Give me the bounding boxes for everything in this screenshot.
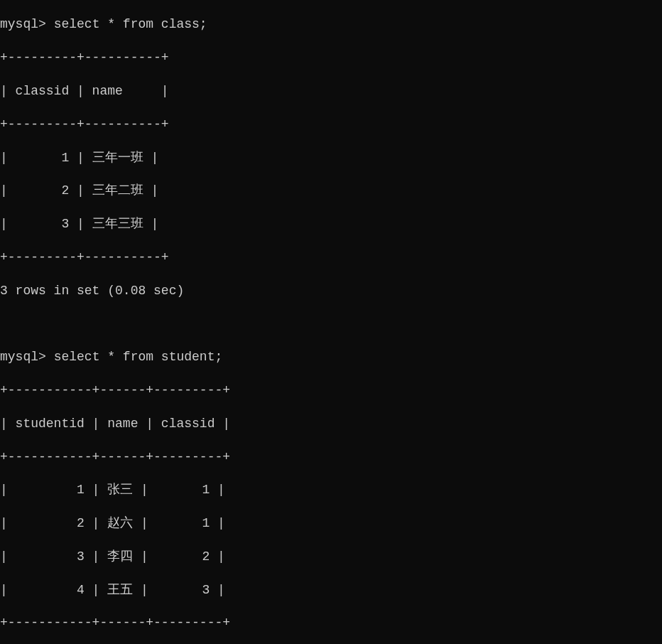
blank-line xyxy=(0,316,662,332)
query-line-1[interactable]: mysql> select * from class; xyxy=(0,16,662,33)
class-table-header: | classid | name | xyxy=(0,83,662,100)
student-table-header: | studentid | name | classid | xyxy=(0,416,662,432)
terminal-output: mysql> select * from class; +---------+-… xyxy=(0,0,662,644)
student-table-sep: +-----------+------+---------+ xyxy=(0,615,662,631)
student-table-sep: +-----------+------+---------+ xyxy=(0,382,662,399)
student-table-sep: +-----------+------+---------+ xyxy=(0,449,662,466)
query-line-2[interactable]: mysql> select * from student; xyxy=(0,349,662,365)
class-table-sep: +---------+----------+ xyxy=(0,50,662,66)
class-table-row: | 2 | 三年二班 | xyxy=(0,183,662,199)
class-table-sep: +---------+----------+ xyxy=(0,249,662,266)
sql-query-2: select * from student; xyxy=(54,350,223,364)
status-line-1: 3 rows in set (0.08 sec) xyxy=(0,283,662,299)
student-table-row: | 4 | 王五 | 3 | xyxy=(0,582,662,599)
student-table-row: | 3 | 李四 | 2 | xyxy=(0,549,662,565)
class-table-row: | 3 | 三年三班 | xyxy=(0,216,662,232)
sql-query-1: select * from class; xyxy=(54,17,207,31)
student-table-row: | 2 | 赵六 | 1 | xyxy=(0,515,662,532)
mysql-prompt: mysql> xyxy=(0,17,46,31)
class-table-sep: +---------+----------+ xyxy=(0,117,662,133)
mysql-prompt: mysql> xyxy=(0,350,46,364)
student-table-row: | 1 | 张三 | 1 | xyxy=(0,482,662,498)
class-table-row: | 1 | 三年一班 | xyxy=(0,150,662,166)
